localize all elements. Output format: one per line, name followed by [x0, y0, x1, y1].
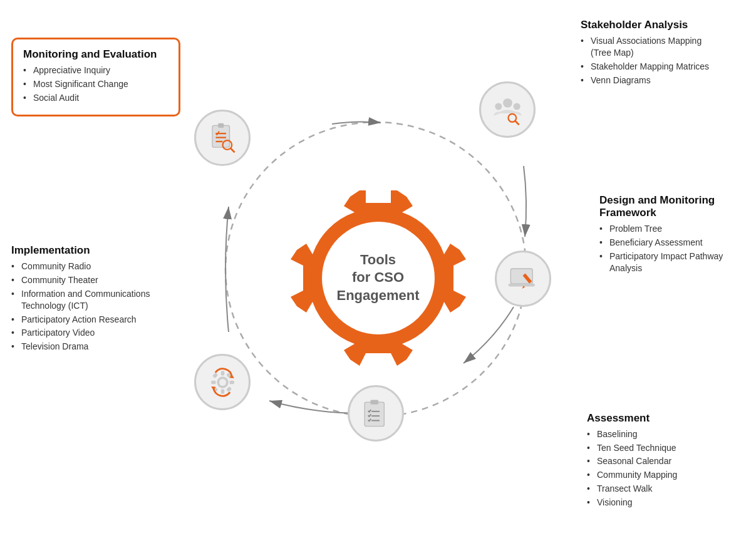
list-item: Venn Diagrams [581, 75, 718, 86]
svg-point-15 [513, 103, 520, 110]
svg-rect-29 [220, 371, 224, 375]
list-item: Community Mapping [587, 469, 718, 481]
stakeholder-title: Stakeholder Analysis [581, 19, 718, 31]
svg-point-13 [503, 98, 512, 108]
assessment-icon-circle [348, 385, 404, 442]
design-section: Design and Monitoring Framework Problem … [599, 194, 737, 276]
implementation-section: Implementation Community Radio Community… [11, 244, 168, 354]
list-item: Participatory Impact Pathway Analysis [599, 251, 737, 274]
svg-point-14 [495, 103, 502, 110]
list-item: Visioning [587, 497, 718, 509]
svg-line-12 [230, 148, 234, 152]
stakeholder-icon-circle [479, 81, 536, 138]
assessment-title: Assessment [587, 412, 718, 425]
list-item: Social Audit [23, 92, 168, 104]
list-item: Participatory Action Research [11, 314, 168, 326]
assessment-section: Assessment Baselining Ten Seed Technique… [587, 412, 718, 510]
svg-rect-30 [220, 389, 224, 393]
svg-rect-33 [212, 372, 218, 378]
laptop-edit-icon [506, 262, 541, 296]
people-search-icon [490, 93, 525, 127]
implementation-title: Implementation [11, 244, 168, 257]
center-gear: Toolsfor CSOEngagement [284, 184, 472, 372]
svg-rect-31 [211, 380, 215, 384]
checklist-icon [359, 396, 393, 431]
svg-point-28 [219, 379, 226, 386]
stakeholder-list: Visual Associations Mapping (Tree Map) S… [581, 35, 718, 86]
svg-rect-23 [370, 400, 378, 404]
list-item: Seasonal Calendar [587, 455, 718, 467]
svg-rect-6 [212, 125, 230, 147]
svg-rect-19 [508, 283, 534, 286]
implementation-icon-circle [194, 354, 251, 410]
design-title: Design and Monitoring Framework [599, 194, 737, 219]
list-item: Most Significant Change [23, 78, 168, 90]
stakeholder-section: Stakeholder Analysis Visual Associations… [581, 19, 718, 88]
list-item: Information and Communications Technolog… [11, 288, 168, 312]
monitoring-icon-circle [194, 110, 251, 166]
monitoring-list: Appreciative Inquiry Most Significant Ch… [23, 65, 168, 104]
list-item: Beneficiary Assessment [599, 237, 737, 249]
list-item: Stakeholder Mapping Matrices [581, 61, 718, 73]
main-container: Monitoring and Evaluation Appreciative I… [0, 0, 756, 548]
list-item: Transect Walk [587, 483, 718, 495]
gear-label: Toolsfor CSOEngagement [336, 251, 419, 305]
list-item: Participatory Video [11, 327, 168, 339]
gear-cycle-icon [205, 365, 240, 400]
list-item: Problem Tree [599, 223, 737, 235]
design-icon-circle [495, 251, 551, 307]
svg-rect-32 [229, 380, 234, 384]
list-item: Ten Seed Technique [587, 442, 718, 454]
list-item: Community Radio [11, 261, 168, 272]
assessment-list: Baselining Ten Seed Technique Seasonal C… [587, 428, 718, 509]
implementation-list: Community Radio Community Theater Inform… [11, 261, 168, 353]
svg-line-17 [515, 120, 519, 124]
list-item: Television Drama [11, 341, 168, 353]
list-item: Appreciative Inquiry [23, 65, 168, 76]
list-item: Visual Associations Mapping (Tree Map) [581, 35, 718, 59]
list-item: Baselining [587, 428, 718, 440]
monitoring-title: Monitoring and Evaluation [23, 48, 168, 61]
svg-rect-34 [226, 386, 232, 391]
design-list: Problem Tree Beneficiary Assessment Part… [599, 223, 737, 274]
svg-rect-7 [218, 123, 224, 127]
svg-rect-22 [365, 402, 384, 427]
monitoring-section: Monitoring and Evaluation Appreciative I… [11, 38, 180, 116]
clipboard-search-icon [205, 121, 240, 155]
list-item: Community Theater [11, 274, 168, 286]
